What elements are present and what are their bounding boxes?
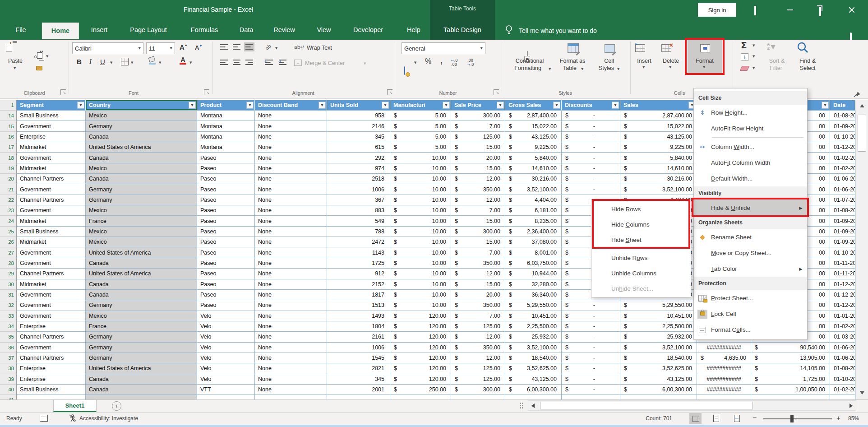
cell[interactable] — [697, 395, 751, 399]
filter-button[interactable]: ▼ — [822, 102, 829, 109]
cell[interactable]: $7.00 — [451, 205, 505, 216]
cell[interactable]: $- — [562, 132, 620, 142]
cell[interactable]: $43,125.00 — [620, 132, 697, 142]
cell[interactable]: None — [255, 174, 327, 184]
cell[interactable]: None — [255, 258, 327, 269]
cell[interactable]: 1804 — [327, 321, 390, 332]
cell[interactable]: None — [255, 205, 327, 216]
cell[interactable]: 2472 — [327, 237, 390, 247]
cell[interactable]: Velo — [197, 343, 255, 353]
horizontal-scrollbar[interactable] — [528, 400, 856, 411]
cell[interactable]: $10,944.00 — [505, 269, 562, 279]
cell[interactable]: Government — [17, 247, 86, 258]
cell[interactable]: Montana — [197, 132, 255, 142]
page-break-view-button[interactable] — [731, 413, 743, 424]
cell[interactable]: $- — [562, 111, 620, 121]
menu-item-unhide-columns[interactable]: Unhide Columns — [591, 265, 691, 281]
cell[interactable]: $300.00 — [451, 111, 505, 121]
cell[interactable]: $10.00 — [390, 300, 451, 311]
cell[interactable]: Canada — [86, 290, 197, 300]
cell[interactable]: Canada — [86, 385, 197, 395]
cell[interactable]: ########### — [697, 385, 751, 395]
tab-formulas[interactable]: Formulas — [191, 26, 218, 33]
filter-button[interactable]: ▼ — [553, 102, 560, 109]
cell[interactable]: None — [255, 153, 327, 163]
decrease-font-size-icon[interactable]: A▼ — [195, 44, 202, 51]
orientation-dropdown-icon[interactable]: ▼ — [275, 47, 277, 50]
zoom-slider[interactable] — [763, 418, 832, 419]
cell[interactable] — [86, 395, 197, 399]
cell[interactable]: $20.00 — [451, 153, 505, 163]
tab-data[interactable]: Data — [240, 26, 254, 33]
cell[interactable]: Mexico — [86, 205, 197, 216]
cell[interactable]: Paseo — [197, 247, 255, 258]
cell[interactable]: $15.00 — [451, 237, 505, 247]
cell[interactable]: $15.00 — [451, 142, 505, 153]
cell[interactable]: $350.00 — [451, 343, 505, 353]
cell[interactable]: $250.00 — [390, 385, 451, 395]
cell[interactable]: Canada — [86, 174, 197, 184]
row-number[interactable]: 22 — [0, 195, 17, 205]
cell[interactable]: $2,87,400.00 — [505, 111, 562, 121]
cell[interactable]: Paseo — [197, 184, 255, 195]
paste-button[interactable] — [10, 42, 11, 51]
cell[interactable]: Velo — [197, 332, 255, 342]
cell[interactable]: 01-10-20 — [830, 374, 855, 385]
cell[interactable]: Mexico — [86, 111, 197, 121]
cell[interactable] — [562, 395, 620, 399]
menu-item-autofit-column-width[interactable]: AutoFit Column Width — [694, 155, 807, 171]
cell[interactable]: $3,52,625.00 — [620, 363, 697, 374]
cell[interactable]: Germany — [86, 121, 197, 131]
cell[interactable]: Montana — [197, 121, 255, 131]
cell[interactable]: $43,125.00 — [505, 374, 562, 385]
cell[interactable]: $6,00,300.00 — [505, 385, 562, 395]
cell[interactable]: None — [255, 216, 327, 226]
cell[interactable]: $10.00 — [390, 237, 451, 247]
cell[interactable]: $10.00 — [390, 174, 451, 184]
accounting-dropdown-icon[interactable]: ▼ — [414, 61, 416, 65]
status-accessibility[interactable]: Accessibility: Investigate — [79, 415, 138, 422]
column-header[interactable]: Gross Sales▼ — [505, 100, 562, 111]
cell[interactable]: $30,216.00 — [620, 174, 697, 184]
cell[interactable]: None — [255, 363, 327, 374]
cell[interactable]: 01-07-20 — [830, 195, 855, 205]
cell[interactable]: $30,216.00 — [505, 174, 562, 184]
cell[interactable]: $12.00 — [451, 195, 505, 205]
alignment-dialog-launcher[interactable]: ↘ — [387, 89, 392, 95]
number-dialog-launcher[interactable]: ↘ — [494, 89, 499, 95]
cell[interactable]: $14,610.00 — [620, 163, 697, 174]
cell[interactable]: $8,235.00 — [505, 216, 562, 226]
cell[interactable]: 1817 — [327, 290, 390, 300]
cell[interactable]: Germany — [86, 332, 197, 342]
cell[interactable]: 01-12-20 — [830, 300, 855, 311]
autosum-dropdown-icon[interactable]: ▼ — [753, 44, 755, 47]
new-sheet-button[interactable]: + — [112, 401, 121, 411]
cell[interactable]: $120.00 — [390, 321, 451, 332]
cell[interactable]: Canada — [86, 132, 197, 142]
scroll-left-icon[interactable] — [531, 404, 535, 408]
cell[interactable]: $- — [562, 332, 620, 342]
cell[interactable]: $300.00 — [451, 227, 505, 237]
row-number[interactable]: 28 — [0, 258, 17, 269]
row-number[interactable]: 34 — [0, 321, 17, 332]
cell[interactable]: Government — [17, 153, 86, 163]
cell[interactable]: None — [255, 332, 327, 342]
cell[interactable]: $- — [562, 311, 620, 321]
cell[interactable]: Paseo — [197, 258, 255, 269]
cell[interactable]: $90,540.00 — [751, 343, 830, 353]
cell[interactable]: None — [255, 279, 327, 290]
sign-in-button[interactable]: Sign in — [698, 3, 736, 17]
cell[interactable]: Germany — [86, 353, 197, 363]
cell[interactable]: $125.00 — [451, 374, 505, 385]
cell[interactable]: United States of America — [86, 363, 197, 374]
cell[interactable]: Velo — [197, 363, 255, 374]
copy-icon[interactable] — [37, 52, 42, 59]
row-number[interactable]: 32 — [0, 300, 17, 311]
cell[interactable]: $- — [562, 343, 620, 353]
cell[interactable]: Canada — [86, 279, 197, 290]
cell[interactable]: Montana — [197, 111, 255, 121]
cell[interactable]: $18,540.00 — [620, 353, 697, 363]
row-number[interactable]: 16 — [0, 132, 17, 142]
row-number[interactable]: 23 — [0, 205, 17, 216]
underline-dropdown-icon[interactable]: ▼ — [110, 61, 112, 65]
